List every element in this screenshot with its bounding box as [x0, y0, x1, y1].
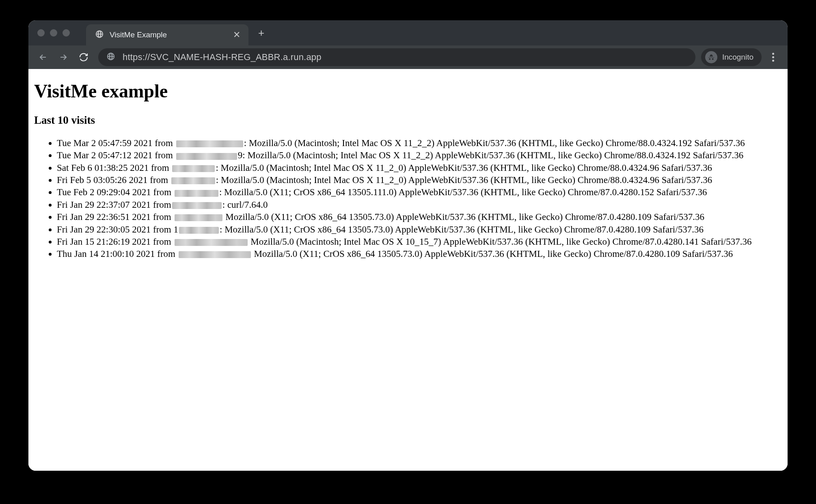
visit-prefix: Fri Jan 29 22:30:05 2021 from 1 [57, 224, 178, 235]
url-text[interactable]: https://SVC_NAME-HASH-REG_ABBR.a.run.app [123, 52, 322, 62]
visit-prefix: Fri Jan 29 22:37:07 2021 from [57, 200, 171, 210]
svg-point-1 [772, 56, 774, 58]
redacted-ip [172, 165, 215, 172]
visit-entry: Fri Jan 29 22:36:51 2021 from Mozilla/5.… [57, 211, 782, 223]
redacted-ip [175, 239, 248, 246]
visit-suffix: Mozilla/5.0 (X11; CrOS x86_64 13505.73.0… [223, 212, 705, 222]
tab-close-icon[interactable]: ✕ [233, 30, 240, 40]
address-bar[interactable]: https://SVC_NAME-HASH-REG_ABBR.a.run.app [98, 48, 695, 66]
visit-middle: 9 [238, 150, 243, 160]
visit-suffix: : Mozilla/5.0 (Macintosh; Intel Mac OS X… [216, 163, 712, 173]
visit-prefix: Thu Jan 14 21:00:10 2021 from [57, 249, 178, 259]
incognito-icon [705, 51, 717, 63]
redacted-ip [179, 251, 251, 258]
incognito-indicator[interactable]: Incognito [701, 48, 762, 66]
redacted-ip [175, 190, 218, 197]
site-info-icon[interactable] [106, 52, 115, 62]
redacted-ip [175, 214, 222, 221]
visit-entry: Sat Feb 6 01:38:25 2021 from : Mozilla/5… [57, 162, 782, 174]
title-bar: VisitMe Example ✕ + [28, 20, 788, 45]
visit-suffix: Mozilla/5.0 (X11; CrOS x86_64 13505.73.0… [252, 249, 733, 259]
visit-prefix: Fri Jan 15 21:26:19 2021 from [57, 237, 174, 247]
forward-button[interactable] [54, 48, 72, 66]
visit-entry: Fri Jan 15 21:26:19 2021 from Mozilla/5.… [57, 236, 782, 248]
visit-entry: Tue Mar 2 05:47:59 2021 from : Mozilla/5… [57, 137, 782, 149]
visit-entry: Fri Feb 5 03:05:26 2021 from : Mozilla/5… [57, 174, 782, 186]
browser-tab-active[interactable]: VisitMe Example ✕ [86, 24, 248, 45]
visit-prefix: Tue Mar 2 05:47:12 2021 from [57, 150, 175, 160]
window-zoom-button[interactable] [63, 29, 70, 37]
traffic-lights [37, 29, 70, 37]
visit-entry: Fri Jan 29 22:37:07 2021 from: curl/7.64… [57, 199, 782, 211]
visit-prefix: Fri Feb 5 03:05:26 2021 from [57, 175, 171, 185]
visit-entry: Fri Jan 29 22:30:05 2021 from 1: Mozilla… [57, 224, 782, 236]
tab-title: VisitMe Example [110, 30, 227, 39]
visit-suffix: : curl/7.64.0 [222, 200, 268, 210]
visit-prefix: Sat Feb 6 01:38:25 2021 from [57, 163, 171, 173]
svg-point-0 [772, 53, 774, 55]
browser-menu-button[interactable] [764, 48, 782, 66]
visit-prefix: Tue Feb 2 09:29:04 2021 from [57, 187, 174, 197]
new-tab-button[interactable]: + [258, 27, 264, 39]
globe-icon [95, 30, 104, 40]
visit-suffix: : Mozilla/5.0 (Macintosh; Intel Mac OS X… [216, 175, 712, 185]
visit-entry: Thu Jan 14 21:00:10 2021 from Mozilla/5.… [57, 248, 782, 260]
svg-point-2 [772, 60, 774, 62]
visit-suffix: : Mozilla/5.0 (X11; CrOS x86_64 13505.73… [220, 224, 704, 235]
toolbar: https://SVC_NAME-HASH-REG_ABBR.a.run.app… [28, 45, 788, 69]
visit-prefix: Fri Jan 29 22:36:51 2021 from [57, 212, 174, 222]
visit-suffix: : Mozilla/5.0 (X11; CrOS x86_64 13505.11… [219, 187, 707, 197]
visit-prefix: Tue Mar 2 05:47:59 2021 from [57, 138, 175, 148]
page-subheading: Last 10 visits [34, 114, 782, 127]
redacted-ip [176, 153, 237, 160]
incognito-label: Incognito [722, 53, 753, 62]
redacted-ip [171, 177, 215, 184]
tab-strip: VisitMe Example ✕ + [86, 20, 264, 45]
back-button[interactable] [34, 48, 52, 66]
visit-entry: Tue Feb 2 09:29:04 2021 from : Mozilla/5… [57, 186, 782, 198]
reload-button[interactable] [75, 48, 93, 66]
visit-suffix: : Mozilla/5.0 (Macintosh; Intel Mac OS X… [242, 150, 743, 160]
redacted-ip [172, 202, 222, 209]
redacted-ip [179, 227, 219, 234]
window-minimize-button[interactable] [50, 29, 57, 37]
window-close-button[interactable] [37, 29, 45, 37]
page-heading: VisitMe example [34, 80, 782, 102]
redacted-ip [176, 140, 243, 147]
browser-window: VisitMe Example ✕ + https://SVC_NAME-HAS… [28, 20, 788, 471]
visit-suffix: Mozilla/5.0 (Macintosh; Intel Mac OS X 1… [248, 237, 752, 247]
page-content[interactable]: VisitMe example Last 10 visits Tue Mar 2… [28, 69, 788, 471]
visit-suffix: : Mozilla/5.0 (Macintosh; Intel Mac OS X… [244, 138, 745, 148]
visits-list: Tue Mar 2 05:47:59 2021 from : Mozilla/5… [34, 137, 782, 261]
visit-entry: Tue Mar 2 05:47:12 2021 from 9: Mozilla/… [57, 149, 782, 162]
